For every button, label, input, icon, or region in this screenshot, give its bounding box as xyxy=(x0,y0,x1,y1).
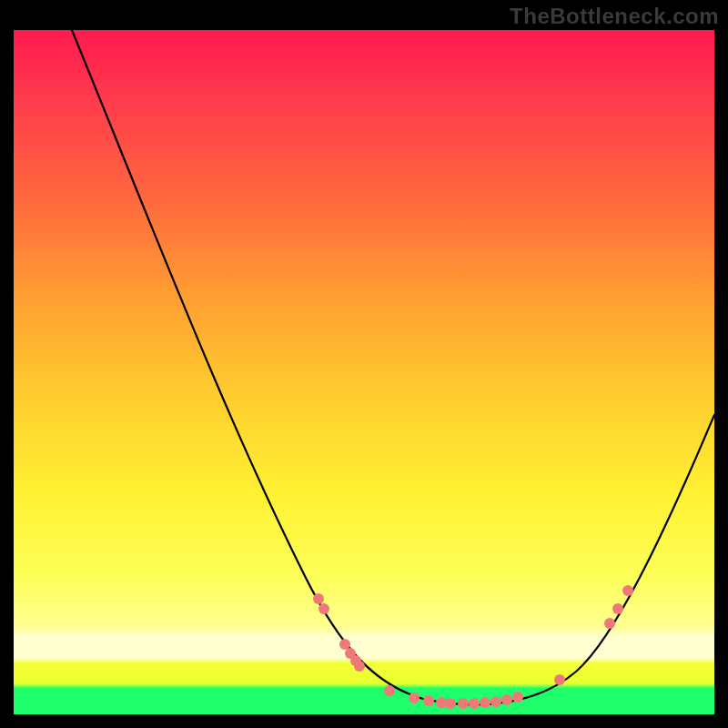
data-point xyxy=(423,695,434,706)
data-point xyxy=(612,603,623,614)
chart-container: TheBottleneck.com xyxy=(0,0,728,728)
data-point xyxy=(480,697,490,708)
data-point xyxy=(313,593,324,604)
data-point xyxy=(445,698,456,709)
data-point xyxy=(458,698,469,709)
data-point xyxy=(318,603,329,614)
data-point xyxy=(604,618,615,629)
curve-overlay xyxy=(14,30,714,714)
data-point xyxy=(512,692,523,703)
watermark-text: TheBottleneck.com xyxy=(510,4,719,29)
data-point xyxy=(490,696,501,707)
data-point xyxy=(339,639,350,650)
data-point xyxy=(622,585,633,596)
data-point xyxy=(384,685,395,696)
data-point xyxy=(554,674,565,685)
data-point xyxy=(501,694,512,705)
data-points xyxy=(313,585,633,709)
data-point xyxy=(409,693,420,703)
data-point xyxy=(354,661,365,672)
data-point xyxy=(469,698,480,709)
